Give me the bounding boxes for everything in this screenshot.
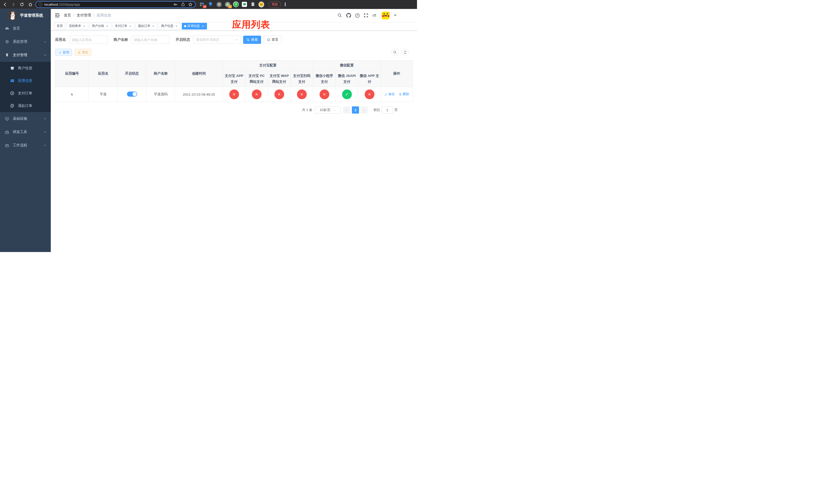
chevron-down-icon <box>44 144 47 147</box>
page: i localhost:1024/pay/app 10 ⌘ <box>0 0 417 252</box>
extension-badge: 1 <box>228 5 232 8</box>
breadcrumb: 首页 / 支付管理 / 应用信息 <box>64 13 111 18</box>
extension-command-icon[interactable]: ⌘ <box>216 2 222 7</box>
sidebar-item-pay-order[interactable]: ¥ 支付订单 <box>0 87 51 99</box>
browser-back-icon[interactable] <box>3 2 7 7</box>
url-bar[interactable]: i localhost:1024/pay/app <box>36 1 196 8</box>
extension-y-icon[interactable]: Y <box>233 2 239 7</box>
breadcrumb-home[interactable]: 首页 <box>64 13 71 18</box>
browser-profile-avatar[interactable] <box>259 2 264 7</box>
tab-label: 流程表单 <box>69 24 81 28</box>
cell-merchant: 芋道源码 <box>147 87 175 102</box>
extension-recorder-icon[interactable]: 1 <box>225 2 230 7</box>
search-icon[interactable] <box>337 13 343 18</box>
sidebar-item-label: 研发工具 <box>13 130 44 134</box>
browser-home-icon[interactable] <box>28 2 33 7</box>
goto-suffix-label: 页 <box>394 108 398 112</box>
page-number-1[interactable]: 1 <box>352 107 359 114</box>
avatar-caret-icon[interactable] <box>394 15 396 16</box>
search-icon <box>393 50 397 54</box>
sidebar-item-label: 支付管理 <box>13 53 44 58</box>
monitor-icon <box>5 117 9 121</box>
export-button[interactable]: 导出 <box>74 49 91 56</box>
next-page-button[interactable]: › <box>360 107 368 114</box>
sidebar-item-payment[interactable]: ¥ 支付管理 <box>0 48 51 62</box>
col-header-alipay-app: 支付宝 APP 支付 <box>223 71 245 87</box>
close-icon[interactable]: × <box>129 24 132 28</box>
reset-button[interactable]: 重置 <box>264 36 282 44</box>
github-icon[interactable] <box>346 13 351 18</box>
password-key-icon[interactable] <box>173 2 178 7</box>
sidebar-item-app-info[interactable]: 应用信息 <box>0 74 51 87</box>
enabled-toggle[interactable] <box>127 92 137 97</box>
browser-reload-icon[interactable] <box>20 2 24 7</box>
extension-diamond-icon[interactable]: 10 <box>199 2 205 7</box>
yen-icon: ¥ <box>5 53 9 58</box>
tags-bar: 首页 流程表单× 用户分组× 支付订单× 退款订单× 商户信息× 应用信息× <box>51 22 417 30</box>
tab-user-group[interactable]: 用户分组× <box>89 23 111 29</box>
extension-balloon-icon[interactable] <box>208 2 213 7</box>
user-avatar[interactable] <box>381 12 390 20</box>
tab-merchant-info[interactable]: 商户信息× <box>159 23 180 29</box>
storefront-icon <box>10 66 14 70</box>
extension-chat-icon[interactable] <box>242 2 247 7</box>
dashboard-icon <box>5 26 9 31</box>
toggle-search-button[interactable] <box>391 48 399 56</box>
close-icon[interactable]: × <box>201 24 205 28</box>
bookmark-star-icon[interactable] <box>188 2 193 7</box>
close-icon[interactable]: × <box>175 24 178 28</box>
fullscreen-icon[interactable] <box>364 13 369 18</box>
tab-home[interactable]: 首页 <box>54 23 65 29</box>
sidebar-item-merchant-info[interactable]: 商户信息 <box>0 62 51 74</box>
status-select[interactable]: 请选择开启状态 <box>193 36 241 44</box>
tab-label: 支付订单 <box>115 24 127 28</box>
breadcrumb-payment[interactable]: 支付管理 <box>77 13 91 18</box>
document-copy-icon <box>10 104 14 108</box>
close-icon[interactable]: × <box>152 24 155 28</box>
url-text[interactable]: localhost:1024/pay/app <box>44 3 171 6</box>
sidebar-item-label: 退款订单 <box>18 104 47 108</box>
total-count: 共 1 条 <box>302 108 312 112</box>
sidebar-item-label: 商户信息 <box>18 66 47 70</box>
page-size-select[interactable]: 10条/页 <box>315 107 341 114</box>
share-icon[interactable] <box>181 2 185 6</box>
refresh-table-button[interactable] <box>401 48 409 56</box>
browser-update-button[interactable]: 更新 <box>268 1 281 8</box>
col-header-app-id: 应用编号 <box>56 61 89 87</box>
merchant-name-input[interactable] <box>131 36 170 44</box>
sidebar-item-infra[interactable]: 基础设施 <box>0 112 51 125</box>
tab-pay-order[interactable]: 支付订单× <box>113 23 134 29</box>
tab-process-form[interactable]: 流程表单× <box>66 23 88 29</box>
sidebar-logo-row[interactable]: 芋道管理系统 <box>0 9 51 22</box>
sidebar-item-refund-order[interactable]: 退款订单 <box>0 99 51 112</box>
extensions-puzzle-icon[interactable] <box>250 2 256 7</box>
edit-link[interactable]: 修改 <box>385 92 395 96</box>
font-size-icon[interactable]: TT <box>372 14 376 18</box>
delete-link[interactable]: 删除 <box>399 92 409 96</box>
app-name-label: 应用名 <box>55 38 66 42</box>
browser-menu-icon[interactable]: ••• <box>284 3 286 6</box>
app-table: 应用编号 应用名 开启状态 商户名称 创建时间 支付宝配置 微信配置 操作 支付… <box>55 60 413 102</box>
browser-forward-icon[interactable] <box>11 2 16 7</box>
sidebar-item-dev-tools[interactable]: 研发工具 <box>0 125 51 139</box>
tab-refund-order[interactable]: 退款订单× <box>136 23 157 29</box>
app-name-input[interactable] <box>69 36 107 44</box>
prev-page-button[interactable]: ‹ <box>343 107 350 114</box>
goto-page-input[interactable] <box>381 107 393 114</box>
close-icon[interactable]: × <box>82 24 86 28</box>
help-icon[interactable]: ? <box>355 13 360 18</box>
add-button[interactable]: ＋ 新增 <box>55 49 72 56</box>
sidebar-item-workflow[interactable]: 工作流程 <box>0 139 51 152</box>
toolbox-icon <box>5 143 9 148</box>
app-logo-rabbit <box>8 11 17 20</box>
close-icon[interactable]: × <box>105 24 109 28</box>
active-tab-dot-icon <box>184 25 186 27</box>
merchant-name-label: 商户名称 <box>114 38 128 42</box>
collapse-sidebar-icon[interactable] <box>54 13 60 18</box>
site-info-icon[interactable]: i <box>39 3 42 6</box>
search-button[interactable]: 搜索 <box>243 36 261 44</box>
plus-icon: ＋ <box>58 51 62 54</box>
sidebar-item-home[interactable]: 首页 <box>0 22 51 35</box>
tab-app-info[interactable]: 应用信息× <box>182 23 207 29</box>
sidebar-item-system[interactable]: ⚙ 系统管理 <box>0 35 51 48</box>
